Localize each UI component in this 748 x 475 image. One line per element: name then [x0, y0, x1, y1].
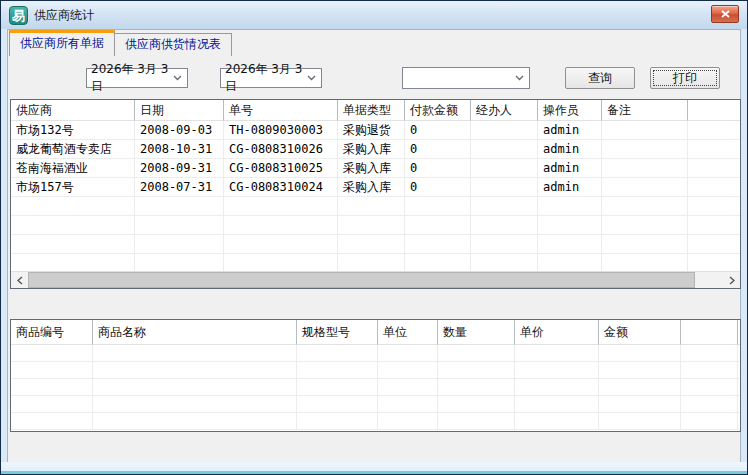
scrollbar-thumb[interactable] [28, 272, 695, 288]
cell: 采购退货 [338, 121, 405, 140]
table-row [11, 396, 740, 413]
cell [438, 362, 515, 379]
cell [93, 345, 297, 362]
column-header: 规格型号 [297, 320, 378, 345]
cell [599, 362, 681, 379]
cell [471, 159, 538, 178]
cell [93, 379, 297, 396]
cell: 2008-09-31 [135, 159, 224, 178]
date-to-picker[interactable]: 2026年 3月 3日 [220, 68, 322, 88]
column-header: 单号 [224, 100, 338, 121]
tab-supplier-supply-report[interactable]: 供应商供货情况表 [114, 33, 232, 56]
scroll-right-button[interactable] [723, 272, 740, 288]
cell [681, 345, 738, 362]
cell [538, 216, 602, 235]
cell [471, 235, 538, 254]
cell [438, 413, 515, 430]
cell [515, 413, 599, 430]
column-header: 单据类型 [338, 100, 405, 121]
close-button[interactable] [711, 5, 739, 23]
date-from-picker[interactable]: 2026年 3月 3日 [86, 68, 188, 88]
cell [602, 235, 688, 254]
chevron-down-icon [173, 75, 182, 81]
cell [681, 413, 738, 430]
cell [11, 197, 135, 216]
table-row [11, 216, 740, 235]
date-to-value: 2026年 3月 3日 [225, 61, 307, 95]
table-row [11, 379, 740, 396]
cell [602, 121, 688, 140]
column-header: 金额 [599, 320, 681, 345]
cell [538, 235, 602, 254]
cell-filler [738, 345, 741, 362]
cell: 0 [405, 178, 471, 197]
cell [224, 235, 338, 254]
cell: 0 [405, 121, 471, 140]
column-header: 日期 [135, 100, 224, 121]
cell: CG-0808310025 [224, 159, 338, 178]
cell-filler [688, 216, 740, 235]
titlebar: 易 供应商统计 [1, 1, 747, 29]
cell: admin [538, 159, 602, 178]
query-button[interactable]: 查询 [565, 67, 635, 89]
table-row [11, 235, 740, 254]
cell [471, 197, 538, 216]
cell [405, 235, 471, 254]
cell [378, 413, 438, 430]
cell [93, 396, 297, 413]
cell-filler [738, 396, 741, 413]
cell [93, 413, 297, 430]
table-row [11, 413, 740, 430]
cell-filler [688, 235, 740, 254]
table-row[interactable]: 威龙葡萄酒专卖店2008-10-31CG-0808310026采购入库0admi… [11, 140, 740, 159]
cell [378, 345, 438, 362]
horizontal-scrollbar[interactable] [11, 271, 740, 288]
cell [599, 345, 681, 362]
cell [11, 235, 135, 254]
cell [11, 413, 93, 430]
cell [602, 140, 688, 159]
cell: 0 [405, 140, 471, 159]
cell [338, 235, 405, 254]
cell [11, 345, 93, 362]
window-bottom-frame [1, 462, 747, 474]
cell [297, 396, 378, 413]
cell [135, 235, 224, 254]
table-row[interactable]: 市场157号2008-07-31CG-0808310024采购入库0admin [11, 178, 740, 197]
cell-filler [688, 178, 740, 197]
cell [297, 362, 378, 379]
cell [11, 379, 93, 396]
cell [297, 345, 378, 362]
tab-supplier-documents[interactable]: 供应商所有单据 [9, 30, 115, 56]
cell [681, 379, 738, 396]
cell: 采购入库 [338, 140, 405, 159]
column-header: 商品编号 [11, 320, 93, 345]
cell [338, 216, 405, 235]
cell [602, 216, 688, 235]
cell [11, 396, 93, 413]
print-button[interactable]: 打印 [650, 67, 720, 89]
scrollbar-track[interactable] [28, 272, 723, 288]
cell-filler [738, 413, 741, 430]
cell: 采购入库 [338, 159, 405, 178]
scroll-left-button[interactable] [11, 272, 28, 288]
date-from-value: 2026年 3月 3日 [91, 61, 173, 95]
supplier-statistics-window: 易 供应商统计 供应商所有单据 供应商供货情况表 2026年 3月 3日 202… [0, 0, 748, 475]
cell: admin [538, 121, 602, 140]
column-header [681, 320, 738, 345]
cell [405, 216, 471, 235]
items-table: 商品编号商品名称规格型号单位数量单价金额 [10, 319, 741, 432]
table-row[interactable]: 苍南海福酒业2008-09-31CG-0808310025采购入库0admin [11, 159, 740, 178]
documents-table: 供应商日期单号单据类型付款金额经办人操作员备注 市场132号2008-09-03… [10, 99, 741, 289]
column-header: 单位 [378, 320, 438, 345]
cell [224, 197, 338, 216]
column-header: 经办人 [471, 100, 538, 121]
cell-filler [738, 379, 741, 396]
column-header: 数量 [438, 320, 515, 345]
column-header-filler [688, 100, 740, 121]
table-row[interactable]: 市场132号2008-09-03TH-0809030003采购退货0admin [11, 121, 740, 140]
cell [378, 379, 438, 396]
cell: 2008-09-03 [135, 121, 224, 140]
cell [471, 178, 538, 197]
supplier-filter-combobox[interactable] [402, 67, 530, 89]
